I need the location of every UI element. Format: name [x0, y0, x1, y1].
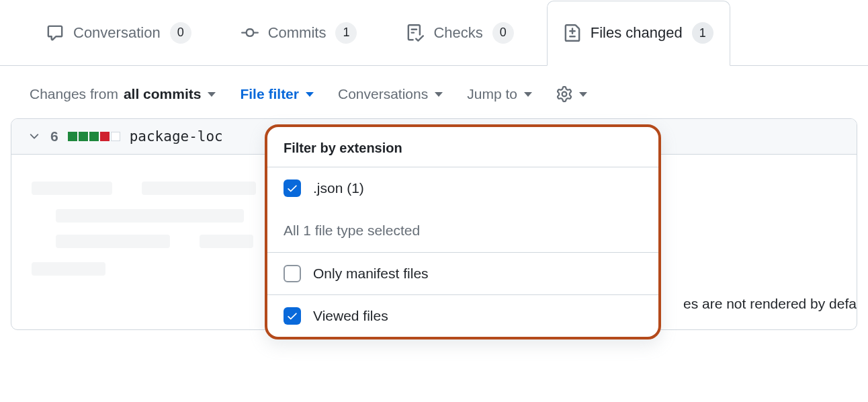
tab-count: 0 — [492, 22, 514, 44]
skeleton-line — [56, 209, 244, 223]
jump-to-dropdown[interactable]: Jump to — [467, 86, 532, 102]
checklist-icon — [406, 24, 424, 42]
comment-icon — [46, 24, 64, 42]
caret-down-icon — [435, 92, 443, 97]
diff-settings-dropdown[interactable] — [556, 86, 587, 102]
commit-icon — [241, 24, 259, 42]
tab-count: 1 — [335, 22, 357, 44]
checkbox-checked-icon — [284, 179, 301, 197]
skeleton-line — [200, 235, 253, 248]
tab-count: 1 — [692, 22, 713, 44]
filter-summary: All 1 file type selected — [267, 209, 658, 252]
file-diff-icon — [564, 24, 581, 42]
tab-commits[interactable]: Commits 1 — [224, 0, 374, 65]
pr-tabs: Conversation 0 Commits 1 Checks 0 Files … — [0, 0, 868, 66]
conversations-label: Conversations — [338, 86, 428, 102]
tab-label: Files changed — [591, 24, 683, 42]
diff-toolbar: Changes from all commits File filter Con… — [0, 66, 868, 118]
file-filter-dropdown[interactable]: File filter — [240, 86, 314, 102]
file-filter-label: File filter — [240, 86, 299, 102]
changes-from-dropdown[interactable]: Changes from all commits — [30, 86, 216, 102]
collapse-toggle[interactable] — [28, 130, 41, 143]
filter-manifest-label: Only manifest files — [313, 266, 429, 282]
filter-ext-json[interactable]: .json (1) — [267, 167, 658, 209]
jump-to-label: Jump to — [467, 86, 517, 102]
filter-viewed-label: Viewed files — [313, 308, 388, 324]
tab-label: Conversation — [73, 24, 161, 42]
gear-icon — [556, 86, 572, 102]
filter-manifest-only[interactable]: Only manifest files — [267, 252, 658, 294]
filter-viewed-files[interactable]: Viewed files — [267, 294, 658, 337]
diff-line-count: 6 — [50, 128, 58, 145]
render-note: es are not rendered by defa — [683, 296, 857, 312]
diffstat — [68, 132, 120, 141]
diff-add-block — [89, 132, 99, 141]
tab-files-changed[interactable]: Files changed 1 — [547, 1, 730, 66]
diff-add-block — [68, 132, 77, 141]
filter-header: Filter by extension — [267, 127, 658, 167]
caret-down-icon — [579, 92, 587, 97]
diff-del-block — [100, 132, 110, 141]
caret-down-icon — [208, 92, 216, 97]
caret-down-icon — [524, 92, 532, 97]
tab-label: Checks — [433, 24, 482, 42]
checkbox-unchecked-icon — [284, 265, 301, 282]
skeleton-line — [32, 182, 112, 195]
skeleton-line — [56, 235, 170, 248]
diff-add-block — [79, 132, 88, 141]
tab-label: Commits — [268, 24, 327, 42]
filter-ext-label: .json (1) — [313, 180, 364, 196]
file-name[interactable]: package-loc — [130, 128, 223, 145]
tab-conversation[interactable]: Conversation 0 — [30, 0, 208, 65]
changes-prefix: Changes from — [30, 86, 118, 102]
tab-checks[interactable]: Checks 0 — [390, 0, 530, 65]
caret-down-icon — [306, 92, 314, 97]
skeleton-line — [32, 262, 105, 276]
diff-neutral-block — [111, 132, 120, 141]
conversations-dropdown[interactable]: Conversations — [338, 86, 443, 102]
skeleton-line — [142, 182, 256, 195]
checkbox-checked-icon — [284, 307, 301, 325]
file-filter-menu: Filter by extension .json (1) All 1 file… — [265, 124, 661, 339]
changes-value: all commits — [124, 86, 202, 102]
tab-count: 0 — [170, 22, 191, 44]
